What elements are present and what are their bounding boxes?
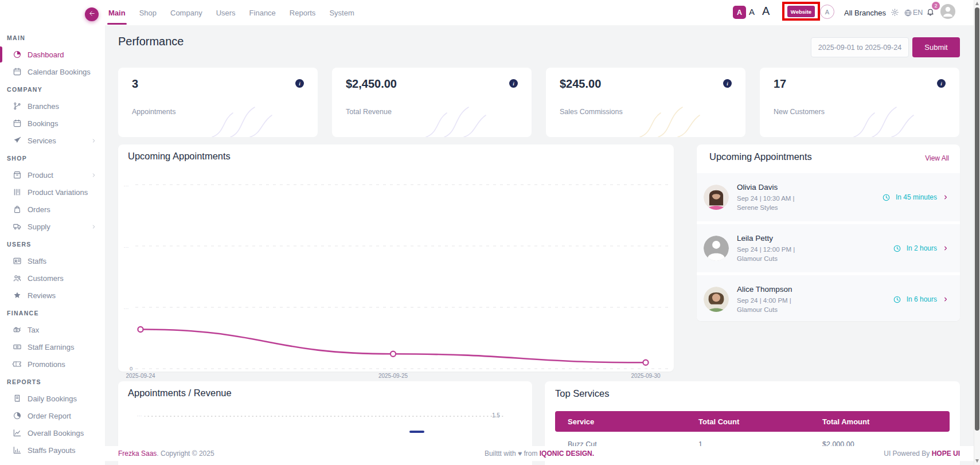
appointment-datetime: Sep 24 | 10:30 AM | bbox=[737, 194, 795, 203]
appointment-row-olivia-davis[interactable]: Olivia Davis Sep 24 | 10:30 AM | Serene … bbox=[697, 173, 960, 221]
info-icon[interactable]: i bbox=[937, 79, 946, 88]
page-title: Performance bbox=[118, 35, 184, 48]
svg-text:...: ... bbox=[124, 244, 129, 248]
scrollbar-thumb[interactable] bbox=[975, 7, 979, 431]
sidebar-item-product[interactable]: Product bbox=[0, 166, 105, 183]
sidebar-item-reviews[interactable]: Reviews bbox=[0, 287, 105, 304]
eta-label: In 2 hours bbox=[907, 244, 937, 252]
hope-ui-link[interactable]: HOPE UI bbox=[932, 450, 960, 458]
customer-avatar bbox=[704, 287, 729, 312]
sidebar-item-staffs[interactable]: Staffs bbox=[0, 252, 105, 269]
sidebar-item-customers[interactable]: Customers bbox=[0, 269, 105, 287]
sidebar-item-tax[interactable]: Tax bbox=[0, 321, 105, 338]
language-selector[interactable]: EN bbox=[913, 9, 923, 17]
banknote-icon bbox=[13, 342, 22, 351]
appointment-datetime: Sep 24 | 12:00 PM | bbox=[737, 245, 795, 254]
eta-label: In 45 minutes bbox=[896, 193, 937, 201]
topnav-item-shop[interactable]: Shop bbox=[139, 0, 157, 25]
customer-name: Leila Petty bbox=[737, 234, 795, 243]
sidebar-item-dashboard[interactable]: Dashboard bbox=[0, 46, 105, 63]
topnav-item-reports[interactable]: Reports bbox=[290, 0, 316, 25]
x-axis-tick-label: 2025-09-24 bbox=[118, 373, 163, 379]
scroll-down-arrow[interactable] bbox=[975, 459, 979, 463]
topnav-item-main[interactable]: Main bbox=[108, 0, 126, 25]
sidebar-item-promotions[interactable]: Promotions bbox=[0, 355, 105, 373]
chevron-right-icon[interactable] bbox=[942, 194, 949, 201]
sidebar-section-shop: SHOP bbox=[0, 149, 105, 166]
sidebar-item-calendar-bookings[interactable]: Calendar Bookings bbox=[0, 63, 105, 80]
topnav-item-system[interactable]: System bbox=[329, 0, 354, 25]
sidebar-section-main: MAIN bbox=[0, 29, 105, 46]
topnav-item-label: Company bbox=[170, 9, 202, 17]
table-column-service: Service bbox=[555, 417, 686, 426]
sidebar-item-label: Product bbox=[28, 171, 53, 179]
sidebar-item-staff-earnings[interactable]: Staff Earnings bbox=[0, 338, 105, 355]
sidebar-item-bookings[interactable]: Bookings bbox=[0, 115, 105, 132]
info-icon[interactable]: i bbox=[723, 79, 732, 88]
info-icon[interactable]: i bbox=[509, 79, 518, 88]
decorative-curve bbox=[418, 97, 498, 137]
chart-title: Appointments / Revenue bbox=[128, 388, 232, 398]
website-button[interactable]: Website bbox=[787, 6, 815, 17]
font-size-small-button[interactable]: A bbox=[733, 6, 746, 19]
topnav-item-label: Finance bbox=[249, 9, 276, 17]
upcoming-appointments-list-card: Upcoming Appointments View All Olivia Da… bbox=[697, 144, 960, 321]
sidebar-item-daily-bookings[interactable]: Daily Bookings bbox=[0, 390, 105, 407]
date-range-input[interactable] bbox=[811, 37, 909, 57]
gear-icon[interactable] bbox=[891, 8, 899, 17]
chart-title: Upcoming Appointments bbox=[128, 151, 231, 162]
sidebar-collapse-button[interactable] bbox=[85, 7, 99, 21]
calendar-icon bbox=[13, 119, 22, 128]
chevron-right-icon[interactable] bbox=[942, 296, 949, 303]
chevron-right-icon bbox=[91, 224, 97, 230]
chevron-right-icon[interactable] bbox=[942, 245, 949, 252]
sidebar-item-branches[interactable]: Branches bbox=[0, 97, 105, 115]
topnav-item-label: Main bbox=[108, 9, 126, 17]
svg-text:0: 0 bbox=[130, 365, 132, 372]
receipt-icon bbox=[13, 394, 22, 403]
sidebar-item-order-report[interactable]: Order Report bbox=[0, 407, 105, 424]
view-all-link[interactable]: View All bbox=[925, 154, 949, 162]
stat-card-total-revenue: $2,450.00 i Total Revenue bbox=[332, 68, 532, 137]
user-avatar[interactable] bbox=[940, 4, 955, 19]
iqonic-design-link[interactable]: IQONIC DESIGN. bbox=[540, 450, 594, 458]
appointment-row-leila-petty[interactable]: Leila Petty Sep 24 | 12:00 PM | Glamour … bbox=[697, 224, 960, 272]
sidebar-item-orders[interactable]: Orders bbox=[0, 201, 105, 218]
person-icon bbox=[940, 11, 955, 19]
sidebar-item-overall-bookings[interactable]: Overall Bookings bbox=[0, 424, 105, 441]
svg-text:...: ... bbox=[124, 306, 129, 310]
stat-card-new-customers: 17 i New Customers bbox=[760, 68, 959, 137]
globe-icon[interactable] bbox=[904, 9, 912, 17]
sidebar: MAIN Dashboard Calendar Bookings COMPANY… bbox=[0, 0, 105, 465]
topnav-item-label: System bbox=[329, 9, 354, 17]
topnav-item-company[interactable]: Company bbox=[170, 0, 202, 25]
branch-icon bbox=[13, 101, 22, 111]
branch-selector[interactable]: All Branches bbox=[844, 9, 886, 17]
customer-name: Alice Thompson bbox=[737, 285, 792, 294]
vertical-scrollbar[interactable] bbox=[974, 0, 980, 465]
font-size-medium-button[interactable]: A bbox=[749, 7, 755, 17]
font-size-large-button[interactable]: A bbox=[762, 5, 770, 18]
decorative-curve bbox=[632, 97, 712, 137]
info-icon[interactable]: i bbox=[295, 79, 304, 88]
decorative-curve bbox=[204, 97, 284, 137]
scroll-up-arrow[interactable] bbox=[975, 2, 979, 5]
appointment-row-alice-thompson[interactable]: Alice Thompson Sep 24 | 4:00 PM | Glamou… bbox=[697, 275, 960, 321]
topnav-item-users[interactable]: Users bbox=[216, 0, 236, 25]
branch-avatar-chip[interactable]: A bbox=[820, 5, 834, 19]
sidebar-item-label: Customers bbox=[28, 274, 64, 283]
footer-brand-link[interactable]: Frezka Saas bbox=[118, 450, 157, 458]
sidebar-item-services[interactable]: Services bbox=[0, 132, 105, 149]
submit-button[interactable]: Submit bbox=[912, 37, 960, 57]
sidebar-item-label: Daily Bookings bbox=[28, 394, 77, 403]
appointment-info: Leila Petty Sep 24 | 12:00 PM | Glamour … bbox=[737, 234, 795, 263]
stat-value: 3 bbox=[132, 77, 138, 91]
clock-icon bbox=[893, 295, 901, 304]
topnav-item-finance[interactable]: Finance bbox=[249, 0, 276, 25]
sidebar-item-supply[interactable]: Supply bbox=[0, 218, 105, 235]
ticket-icon bbox=[13, 360, 22, 369]
upcoming-appointments-chart-card: ... ... ... 0 Upcoming Appointments bbox=[118, 144, 674, 372]
sidebar-item-product-variations[interactable]: Product Variations bbox=[0, 183, 105, 201]
sidebar-item-staffs-payouts[interactable]: Staffs Payouts bbox=[0, 441, 105, 459]
sidebar-item-label: Staff Earnings bbox=[28, 343, 74, 351]
